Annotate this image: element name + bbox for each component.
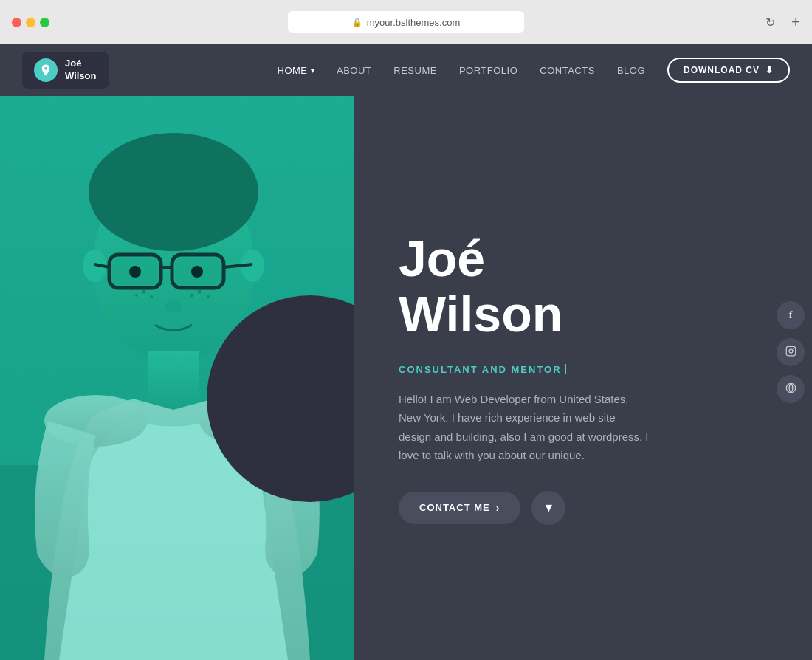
refresh-button[interactable]: ↻ bbox=[765, 16, 775, 30]
cursor-bar bbox=[565, 364, 566, 374]
instagram-icon bbox=[785, 346, 796, 359]
browser-chrome: 🔒 myour.bslthemes.com ↻ + bbox=[0, 0, 812, 44]
url-text: myour.bslthemes.com bbox=[367, 17, 460, 28]
maximize-button[interactable] bbox=[40, 18, 49, 27]
hero-actions: CONTACT ME › ▼ bbox=[399, 491, 768, 525]
chevron-down-icon: ▾ bbox=[311, 66, 315, 75]
hero-name: Joé Wilson bbox=[399, 231, 768, 342]
nav-about[interactable]: ABOUT bbox=[337, 65, 371, 76]
photo-panel bbox=[0, 96, 354, 660]
logo-icon bbox=[34, 58, 58, 82]
hero-title: CONSULTANT AND MENTOR bbox=[399, 364, 768, 375]
content-panel: Joé Wilson CONSULTANT AND MENTOR Hello! … bbox=[354, 96, 812, 660]
logo[interactable]: Joé Wilson bbox=[22, 52, 109, 89]
traffic-lights bbox=[12, 18, 49, 27]
minimize-button[interactable] bbox=[26, 18, 35, 27]
nav-contacts[interactable]: CONTACTS bbox=[540, 65, 595, 76]
logo-text: Joé Wilson bbox=[65, 58, 97, 83]
contact-me-button[interactable]: CONTACT ME › bbox=[399, 492, 520, 524]
nav-resume[interactable]: RESUME bbox=[393, 65, 437, 76]
navbar: Joé Wilson HOME ▾ ABOUT RESUME PORTFOLIO… bbox=[0, 44, 812, 96]
social-sidebar: f bbox=[777, 301, 812, 403]
download-icon: ⬇ bbox=[765, 65, 774, 75]
nav-links: HOME ▾ ABOUT RESUME PORTFOLIO CONTACTS B… bbox=[278, 65, 645, 76]
address-bar[interactable]: 🔒 myour.bslthemes.com bbox=[288, 11, 524, 33]
svg-rect-29 bbox=[786, 346, 796, 356]
globe-icon bbox=[785, 382, 796, 396]
split-layout: Joé Wilson CONSULTANT AND MENTOR Hello! … bbox=[0, 96, 812, 660]
close-button[interactable] bbox=[12, 18, 21, 27]
nav-portfolio[interactable]: PORTFOLIO bbox=[459, 65, 517, 76]
facebook-button[interactable]: f bbox=[777, 301, 805, 329]
svg-point-31 bbox=[793, 348, 794, 349]
chevron-down-icon: ▼ bbox=[543, 501, 554, 515]
new-tab-button[interactable]: + bbox=[791, 15, 800, 30]
nav-home[interactable]: HOME ▾ bbox=[278, 65, 315, 76]
lock-icon: 🔒 bbox=[352, 18, 362, 27]
arrow-right-icon: › bbox=[496, 502, 500, 514]
download-cv-button[interactable]: DOWNLOAD CV ⬇ bbox=[667, 58, 790, 83]
nav-blog[interactable]: BLOG bbox=[617, 65, 645, 76]
facebook-icon: f bbox=[789, 309, 793, 321]
site-wrapper: Joé Wilson HOME ▾ ABOUT RESUME PORTFOLIO… bbox=[0, 44, 812, 660]
hero-description: Hello! I am Web Developer from United St… bbox=[399, 390, 650, 465]
website-button[interactable] bbox=[777, 375, 805, 403]
svg-point-30 bbox=[789, 349, 793, 353]
instagram-button[interactable] bbox=[777, 338, 805, 366]
scroll-down-button[interactable]: ▼ bbox=[531, 491, 565, 525]
